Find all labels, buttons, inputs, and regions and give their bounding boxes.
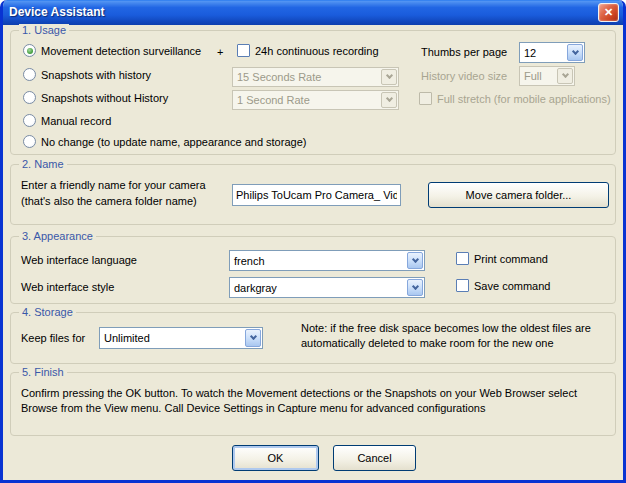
radio-icon[interactable] <box>23 135 36 148</box>
radio-selected-icon[interactable] <box>23 44 36 57</box>
history-video-size-label: History video size <box>421 70 507 82</box>
language-value: french <box>234 255 265 267</box>
radio-snapshots-with-history[interactable]: Snapshots with history <box>23 68 151 81</box>
keep-files-dropdown[interactable]: Unlimited <box>99 327 263 349</box>
group-finish: 5. Finish Confirm pressing the OK button… <box>10 372 616 436</box>
section-title-appearance: 3. Appearance <box>19 230 96 242</box>
section-title-storage: 4. Storage <box>19 306 76 318</box>
rate-without-history-dropdown: 1 Second Rate <box>232 90 399 110</box>
radio-label: No change (to update name, appearance an… <box>41 136 306 148</box>
chevron-down-icon[interactable] <box>245 329 261 347</box>
checkbox-label: Full stretch (for mobile applications) <box>437 93 611 105</box>
move-camera-folder-button[interactable]: Move camera folder... <box>428 182 609 208</box>
radio-manual-record[interactable]: Manual record <box>23 114 111 127</box>
radio-label: Movement detection surveillance <box>41 45 201 57</box>
checkbox-24h-recording[interactable]: 24h continuous recording <box>237 44 379 57</box>
style-label: Web interface style <box>21 281 114 293</box>
rate-with-history-value: 15 Seconds Rate <box>237 71 321 83</box>
language-label: Web interface language <box>21 254 137 266</box>
thumbs-per-page-dropdown[interactable]: 12 <box>519 42 585 63</box>
group-name: 2. Name Enter a friendly name for your c… <box>10 164 616 225</box>
radio-icon[interactable] <box>23 68 36 81</box>
checkbox-icon[interactable] <box>456 252 469 265</box>
storage-note: Note: if the free disk space becomes low… <box>301 321 611 351</box>
chevron-down-icon <box>381 69 397 85</box>
radio-movement-detection[interactable]: Movement detection surveillance <box>23 44 201 57</box>
titlebar[interactable]: Device Assistant ✕ <box>3 0 623 25</box>
finish-instructions: Confirm pressing the OK button. To watch… <box>21 386 606 416</box>
chevron-down-icon[interactable] <box>567 44 583 61</box>
language-dropdown[interactable]: french <box>229 250 425 271</box>
device-assistant-dialog: Device Assistant ✕ 1. Usage Movement det… <box>0 0 626 483</box>
checkbox-icon <box>419 92 432 105</box>
ok-button[interactable]: OK <box>232 445 319 471</box>
checkbox-icon[interactable] <box>456 279 469 292</box>
radio-label: Manual record <box>41 115 111 127</box>
group-usage: 1. Usage Movement detection surveillance… <box>10 30 616 155</box>
keep-files-value: Unlimited <box>104 332 150 344</box>
dialog-body: 1. Usage Movement detection surveillance… <box>3 25 623 480</box>
plus-sign: + <box>217 46 223 58</box>
rate-without-history-value: 1 Second Rate <box>237 94 310 106</box>
checkbox-label: 24h continuous recording <box>255 45 379 57</box>
chevron-down-icon[interactable] <box>407 279 423 296</box>
camera-name-label-line1: Enter a friendly name for your camera <box>21 179 206 191</box>
radio-snapshots-without-history[interactable]: Snapshots without History <box>23 91 168 104</box>
close-icon[interactable]: ✕ <box>598 3 619 22</box>
style-value: darkgray <box>234 282 277 294</box>
radio-label: Snapshots with history <box>41 69 151 81</box>
radio-icon[interactable] <box>23 91 36 104</box>
thumbs-per-page-value: 12 <box>524 47 536 59</box>
checkbox-label: Print command <box>474 253 548 265</box>
section-title-name: 2. Name <box>19 158 67 170</box>
history-video-size-dropdown: Full <box>519 66 575 86</box>
chevron-down-icon <box>557 68 573 84</box>
group-storage: 4. Storage Keep files for Unlimited Note… <box>10 312 616 364</box>
rate-with-history-dropdown: 15 Seconds Rate <box>232 67 399 87</box>
section-title-finish: 5. Finish <box>19 366 67 378</box>
checkbox-print-command[interactable]: Print command <box>456 252 548 265</box>
checkbox-label: Save command <box>474 280 550 292</box>
checkbox-save-command[interactable]: Save command <box>456 279 550 292</box>
camera-name-input[interactable] <box>232 184 401 206</box>
style-dropdown[interactable]: darkgray <box>229 277 425 298</box>
checkbox-icon[interactable] <box>237 44 250 57</box>
thumbs-per-page-label: Thumbs per page <box>421 46 507 58</box>
chevron-down-icon <box>381 92 397 108</box>
camera-name-label-line2: (that's also the camera folder name) <box>21 195 197 207</box>
window-title: Device Assistant <box>9 5 105 19</box>
cancel-button[interactable]: Cancel <box>333 445 416 471</box>
section-title-usage: 1. Usage <box>19 24 69 36</box>
chevron-down-icon[interactable] <box>407 252 423 269</box>
radio-icon[interactable] <box>23 114 36 127</box>
group-appearance: 3. Appearance Web interface language fre… <box>10 236 616 304</box>
radio-no-change[interactable]: No change (to update name, appearance an… <box>23 135 306 148</box>
history-video-size-value: Full <box>524 70 542 82</box>
radio-label: Snapshots without History <box>41 92 168 104</box>
checkbox-full-stretch: Full stretch (for mobile applications) <box>419 92 611 105</box>
keep-files-label: Keep files for <box>21 332 85 344</box>
